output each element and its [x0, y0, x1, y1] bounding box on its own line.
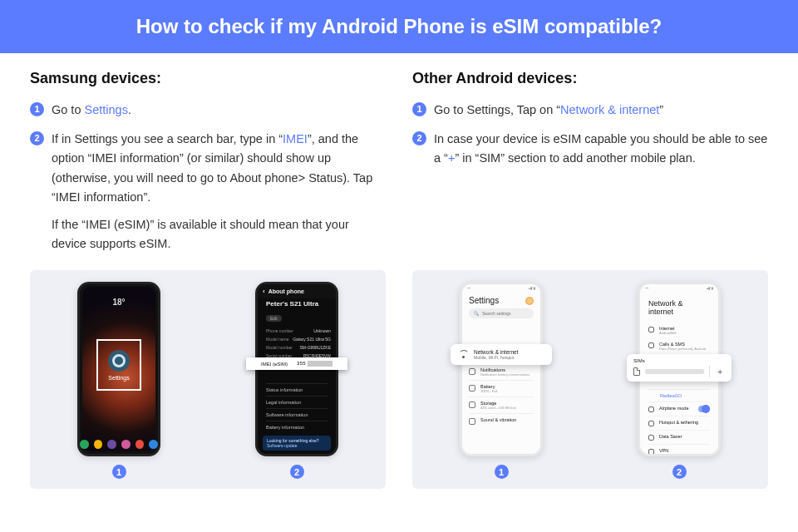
phone-mockup: ‹ About phone Peter's S21 Ultra Edit Pho… — [255, 282, 338, 456]
app-icon — [107, 440, 116, 449]
about-phone-header: ‹ About phone — [258, 284, 336, 298]
status-bar: •••▴◧▮ — [640, 284, 718, 291]
label: Airplane mode — [659, 406, 688, 411]
screenshot-badge: 1 — [495, 465, 509, 479]
sim-icon — [633, 367, 640, 376]
value: Unknown — [313, 328, 331, 333]
temperature: 18° — [80, 298, 158, 307]
text: Go to — [52, 103, 85, 116]
label: Data Saver — [659, 434, 682, 439]
app-icon — [121, 440, 131, 449]
phone-mockup: •••▴◧▮ Settings 🔍 Search settings AppsAs… — [460, 282, 543, 456]
list-item: Legal information — [266, 396, 328, 408]
app-icon — [135, 440, 145, 449]
device-info-list: Phone numberUnknown Model nameGalaxy S21… — [258, 323, 336, 360]
list-item: Hotspot & tethering — [648, 416, 710, 430]
samsung-column: Samsung devices: 1 Go to Settings. 2 If … — [30, 70, 386, 264]
list-item: Calls & SMSData (Roam preferred), Androi… — [648, 338, 710, 354]
list-item: InternetAndroidWifi — [648, 323, 710, 338]
app-icon — [149, 440, 158, 449]
samsung-step-2: 2 If in Settings you see a search bar, t… — [30, 130, 386, 254]
vpn-icon — [648, 449, 654, 454]
app-icon — [94, 440, 103, 449]
edit-button: Edit — [266, 315, 282, 322]
sims-callout: SIMs + — [627, 354, 732, 382]
imei-label: IMEI (eSIM) — [261, 362, 288, 367]
screenshot-badge: 2 — [290, 465, 304, 479]
divider — [709, 366, 710, 377]
header-title: About phone — [268, 288, 304, 294]
back-icon: ‹ — [263, 288, 265, 295]
list-item: Battery100% - Full — [469, 380, 534, 397]
text: If the “IMEI (eSIM)” is available it sho… — [52, 215, 386, 254]
avatar — [525, 297, 534, 305]
phone-mockup: 18° Settings — [77, 282, 160, 456]
network-internet-link[interactable]: Network & internet — [560, 103, 659, 116]
text: ” in “SIM” section to add another mobile… — [455, 151, 695, 165]
suggestion-link: Software update — [267, 443, 327, 448]
datasaver-icon — [648, 435, 654, 441]
imei-esim-callout: IMEI (eSIM) 355 — [246, 357, 347, 370]
sound-icon — [469, 418, 475, 425]
sims-heading: SIMs — [633, 358, 725, 363]
step-badge: 2 — [412, 131, 426, 145]
blurred-carrier — [645, 369, 704, 374]
device-name: Peter's S21 Ultra — [258, 298, 336, 308]
samsung-heading: Samsung devices: — [30, 70, 386, 87]
about-phone-items: Status information Legal information Sof… — [258, 383, 336, 433]
search-placeholder: Search settings — [482, 311, 510, 316]
settings-title-row: Settings — [469, 296, 534, 305]
list-item: Software information — [266, 408, 328, 421]
list-item: Battery information — [266, 421, 328, 433]
sublabel: AndroidWifi — [659, 331, 676, 335]
airplane-icon — [648, 406, 654, 412]
text: If in Settings you see a search bar, typ… — [52, 132, 283, 145]
settings-link[interactable]: Settings — [85, 103, 128, 116]
toggle — [698, 406, 710, 412]
carrier-name: RedteaGO — [660, 393, 682, 398]
list-item: RedteaGO — [648, 389, 710, 401]
list-item: VPN — [648, 444, 710, 454]
label: Phone number — [266, 328, 293, 333]
network-list-lower: RedteaGO Airplane mode Hotspot & tetheri… — [648, 389, 710, 454]
text: . — [128, 103, 131, 116]
sublabel: Data (Roam preferred), Android — [659, 347, 706, 351]
other-column: Other Android devices: 1 Go to Settings,… — [412, 70, 768, 264]
app-icon — [80, 440, 89, 449]
callout-title: Network & internet — [474, 349, 518, 355]
list-item: Storage44% used - 143 GB free — [469, 397, 534, 413]
callout-sub: Mobile, Wi-Fi, hotspot — [474, 355, 518, 360]
samsung-step-1: 1 Go to Settings. — [30, 101, 386, 120]
text: Go to Settings, Tap on “ — [434, 103, 560, 116]
text: ” — [659, 103, 663, 116]
sublabel: 100% - Full — [480, 389, 497, 393]
other-shot-1: •••▴◧▮ Settings 🔍 Search settings AppsAs… — [460, 282, 543, 479]
storage-icon — [469, 401, 475, 408]
internet-icon — [648, 327, 654, 332]
value: SM-G998U1ZKE — [299, 345, 331, 350]
label: Sound & vibration — [480, 417, 516, 422]
calls-icon — [648, 342, 654, 348]
status-bar: •••▴◧▮ — [462, 284, 540, 291]
network-internet-title: Network & internet — [648, 299, 710, 316]
phone-mockup: •••▴◧▮ Network & internet InternetAndroi… — [638, 282, 721, 456]
list-item: NotificationsNotification history, conve… — [469, 363, 534, 380]
wifi-icon — [459, 351, 467, 359]
list-item: Sound & vibration — [469, 413, 534, 428]
other-heading: Other Android devices: — [412, 70, 768, 87]
content-row: Samsung devices: 1 Go to Settings. 2 If … — [0, 53, 798, 264]
settings-app-label: Settings — [108, 375, 129, 381]
screenshots-row: 18° Settings 1 — [0, 270, 798, 489]
gear-icon — [108, 350, 130, 372]
screenshot-badge: 1 — [112, 465, 126, 479]
imei-link[interactable]: IMEI — [283, 132, 308, 145]
list-item: Airplane mode — [648, 401, 710, 416]
samsung-shot-2: ‹ About phone Peter's S21 Ultra Edit Pho… — [255, 282, 338, 479]
imei-value: 355 — [297, 361, 306, 366]
settings-title: Settings — [469, 296, 499, 305]
other-step-1: 1 Go to Settings, Tap on “Network & inte… — [412, 101, 768, 120]
blurred-value — [308, 361, 332, 367]
samsung-screenshots: 18° Settings 1 — [30, 270, 386, 489]
other-screenshots: •••▴◧▮ Settings 🔍 Search settings AppsAs… — [412, 270, 768, 489]
list-item: Data Saver — [648, 430, 710, 444]
